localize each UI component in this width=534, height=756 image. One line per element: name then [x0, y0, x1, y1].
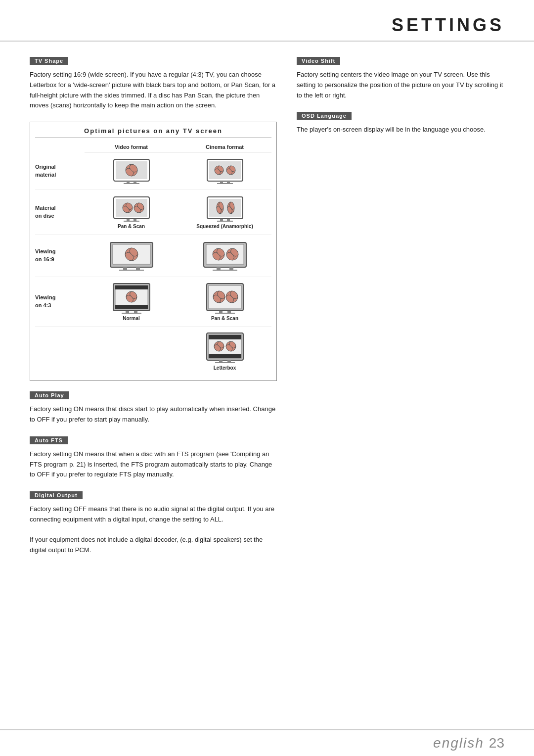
row2-cell1-label: Pan & Scan — [118, 224, 145, 229]
digital-output-text2: If your equipment does not include a dig… — [30, 535, 277, 556]
row1-label: Original material — [35, 163, 85, 179]
diagram-header: Video format Cinema format — [85, 142, 271, 152]
right-column: Video Shift Factory setting centers the … — [297, 56, 504, 566]
row3-label: Viewing on 16:9 — [35, 248, 85, 263]
diagram-row-1: Original material — [35, 152, 271, 190]
svg-rect-32 — [119, 270, 144, 271]
digital-output-text1: Factory setting OFF means that there is … — [30, 504, 277, 525]
row4-cell2-label: Pan & Scan — [211, 316, 238, 321]
svg-rect-63 — [215, 362, 235, 363]
page-footer: english 23 — [0, 729, 534, 756]
row4-cell2: Pan & Scan — [178, 280, 271, 323]
footer-lang: english — [433, 735, 484, 751]
diagram-title: Optimal pictures on any TV screen — [35, 127, 271, 138]
video-shift-text: Factory setting centers the video image … — [297, 70, 504, 100]
tv-icon-1-2 — [205, 157, 245, 185]
tv-shape-text: Factory setting 16:9 (wide screen). If y… — [30, 70, 277, 111]
row3-cell2 — [178, 237, 271, 274]
svg-rect-7 — [209, 161, 241, 179]
tv-icon-1-1 — [112, 157, 151, 185]
svg-rect-54 — [215, 313, 235, 314]
row-extra-spacer — [85, 330, 178, 373]
svg-rect-43 — [115, 305, 148, 309]
svg-rect-39 — [213, 270, 237, 271]
osd-language-text: The player's on-screen display will be i… — [297, 125, 504, 135]
diagram-row-2: Material on disc — [35, 190, 271, 235]
svg-rect-19 — [124, 221, 139, 222]
auto-play-text: Factory setting ON means that discs star… — [30, 404, 277, 425]
svg-rect-58 — [209, 354, 241, 358]
row3-cell1 — [85, 237, 178, 274]
col1-header: Video format — [85, 142, 178, 152]
auto-play-section: Auto Play Factory setting ON means that … — [30, 391, 277, 425]
row-extra-label-text: Letterbox — [214, 365, 236, 371]
video-shift-label: Video Shift — [297, 57, 340, 65]
row2-cells: Pan & Scan — [85, 193, 271, 231]
tv-diagram-box: Optimal pictures on any TV screen Video … — [30, 122, 277, 381]
diagram-row-3: Viewing on 16:9 — [35, 235, 271, 277]
auto-fts-label: Auto FTS — [30, 436, 68, 444]
auto-fts-text: Factory setting ON means that when a dis… — [30, 449, 277, 480]
page-wrapper: SETTINGS TV Shape Factory setting 16:9 (… — [0, 0, 534, 756]
tv-shape-label: TV Shape — [30, 57, 68, 65]
tv-icon-2-2 — [205, 195, 245, 222]
page-title: SETTINGS — [392, 15, 504, 35]
row4-label: Viewing on 4:3 — [35, 294, 85, 309]
tv-icon-3-1 — [109, 239, 154, 272]
osd-language-label: OSD Language — [297, 112, 352, 120]
left-column: TV Shape Factory setting 16:9 (wide scre… — [30, 56, 277, 566]
video-shift-section: Video Shift Factory setting centers the … — [297, 56, 504, 100]
svg-rect-47 — [122, 313, 141, 314]
row4-cells: Normal — [85, 280, 271, 323]
footer-page: 23 — [489, 735, 504, 751]
row2-cell1: Pan & Scan — [85, 193, 178, 231]
tv-icon-4-1 — [112, 282, 151, 314]
digital-output-section: Digital Output Factory setting OFF means… — [30, 491, 277, 555]
row2-cell2-label: Squeezed (Anamorphic) — [196, 224, 253, 229]
svg-rect-12 — [217, 183, 233, 184]
auto-play-label: Auto Play — [30, 391, 69, 399]
tv-shape-section: TV Shape Factory setting 16:9 (wide scre… — [30, 56, 277, 111]
diagram-row-extra: Letterbox — [35, 327, 271, 376]
diagram-row-4: Viewing on 4:3 — [35, 277, 271, 327]
tv-icon-4-2 — [205, 282, 245, 314]
tv-icon-3-2 — [203, 239, 247, 272]
row1-cells — [85, 155, 271, 187]
svg-rect-5 — [124, 183, 139, 184]
auto-fts-section: Auto FTS Factory setting ON means that w… — [30, 436, 277, 480]
row4-cell1: Normal — [85, 280, 178, 323]
row2-label: Material on disc — [35, 204, 85, 220]
tv-icon-2-1 — [112, 195, 151, 222]
digital-output-label: Digital Output — [30, 491, 83, 499]
svg-rect-42 — [115, 285, 148, 289]
row1-cell1 — [85, 155, 178, 187]
svg-rect-26 — [217, 221, 233, 222]
osd-language-section: OSD Language The player's on-screen disp… — [297, 111, 504, 135]
row2-cell2: Squeezed (Anamorphic) — [178, 193, 271, 231]
col2-header: Cinema format — [178, 142, 271, 152]
svg-rect-57 — [209, 335, 241, 339]
row4-cell1-label: Normal — [123, 316, 139, 321]
row-extra-cells: Letterbox — [85, 330, 271, 373]
svg-rect-21 — [209, 199, 241, 217]
tv-icon-extra — [205, 331, 245, 364]
main-content: TV Shape Factory setting 16:9 (wide scre… — [0, 42, 534, 566]
row-extra-cell: Letterbox — [178, 330, 271, 373]
row1-cell2 — [178, 155, 271, 187]
row3-cells — [85, 237, 271, 274]
page-header: SETTINGS — [0, 0, 534, 42]
